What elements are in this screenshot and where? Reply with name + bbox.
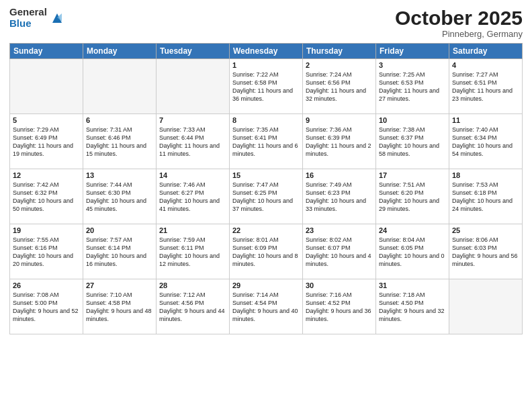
table-row: 11Sunrise: 7:40 AM Sunset: 6:34 PM Dayli… — [449, 114, 523, 169]
day-number: 21 — [159, 226, 226, 234]
day-number: 13 — [86, 171, 153, 179]
day-number: 28 — [159, 281, 226, 289]
table-row: 1Sunrise: 7:22 AM Sunset: 6:58 PM Daylig… — [230, 59, 303, 114]
table-row: 6Sunrise: 7:31 AM Sunset: 6:46 PM Daylig… — [83, 114, 157, 169]
day-info: Sunrise: 8:04 AM Sunset: 6:05 PM Dayligh… — [379, 236, 446, 269]
header: General Blue October 2025 Pinneberg, Ger… — [9, 7, 523, 39]
table-row: 2Sunrise: 7:24 AM Sunset: 6:56 PM Daylig… — [303, 59, 376, 114]
calendar-week-row: 12Sunrise: 7:42 AM Sunset: 6:32 PM Dayli… — [10, 169, 523, 224]
table-row: 19Sunrise: 7:55 AM Sunset: 6:16 PM Dayli… — [10, 224, 83, 279]
day-number: 15 — [232, 171, 300, 179]
title-block: October 2025 Pinneberg, Germany — [395, 7, 523, 39]
table-row: 27Sunrise: 7:10 AM Sunset: 4:58 PM Dayli… — [83, 279, 157, 334]
table-row: 8Sunrise: 7:35 AM Sunset: 6:41 PM Daylig… — [230, 114, 303, 169]
day-info: Sunrise: 7:53 AM Sunset: 6:18 PM Dayligh… — [452, 181, 519, 214]
day-info: Sunrise: 8:02 AM Sunset: 6:07 PM Dayligh… — [306, 236, 373, 269]
col-tuesday: Tuesday — [157, 44, 230, 59]
day-info: Sunrise: 7:22 AM Sunset: 6:58 PM Dayligh… — [232, 71, 300, 103]
day-info: Sunrise: 8:01 AM Sunset: 6:09 PM Dayligh… — [232, 236, 300, 269]
day-info: Sunrise: 7:55 AM Sunset: 6:16 PM Dayligh… — [13, 236, 80, 269]
table-row: 22Sunrise: 8:01 AM Sunset: 6:09 PM Dayli… — [230, 224, 303, 279]
table-row: 23Sunrise: 8:02 AM Sunset: 6:07 PM Dayli… — [303, 224, 376, 279]
day-info: Sunrise: 7:31 AM Sunset: 6:46 PM Dayligh… — [86, 126, 153, 158]
table-row — [10, 59, 83, 114]
day-number: 18 — [452, 171, 519, 179]
day-info: Sunrise: 7:47 AM Sunset: 6:25 PM Dayligh… — [232, 181, 300, 214]
day-number: 30 — [306, 281, 373, 289]
table-row — [157, 59, 230, 114]
table-row: 13Sunrise: 7:44 AM Sunset: 6:30 PM Dayli… — [83, 169, 157, 224]
day-number: 22 — [232, 226, 300, 234]
day-info: Sunrise: 7:40 AM Sunset: 6:34 PM Dayligh… — [452, 126, 519, 158]
day-number: 27 — [86, 281, 153, 289]
col-sunday: Sunday — [10, 44, 83, 59]
day-number: 4 — [452, 61, 519, 69]
col-monday: Monday — [83, 44, 157, 59]
table-row: 16Sunrise: 7:49 AM Sunset: 6:23 PM Dayli… — [303, 169, 376, 224]
day-number: 29 — [232, 281, 300, 289]
day-number: 16 — [306, 171, 373, 179]
page: General Blue October 2025 Pinneberg, Ger… — [0, 0, 532, 411]
day-number: 24 — [379, 226, 446, 234]
table-row: 10Sunrise: 7:38 AM Sunset: 6:37 PM Dayli… — [376, 114, 449, 169]
table-row: 31Sunrise: 7:18 AM Sunset: 4:50 PM Dayli… — [376, 279, 449, 334]
day-info: Sunrise: 7:36 AM Sunset: 6:39 PM Dayligh… — [306, 126, 373, 158]
day-info: Sunrise: 7:12 AM Sunset: 4:56 PM Dayligh… — [159, 291, 226, 324]
day-info: Sunrise: 7:46 AM Sunset: 6:27 PM Dayligh… — [159, 181, 226, 214]
day-info: Sunrise: 7:29 AM Sunset: 6:49 PM Dayligh… — [13, 126, 80, 158]
calendar-header-row: Sunday Monday Tuesday Wednesday Thursday… — [10, 44, 523, 59]
table-row: 28Sunrise: 7:12 AM Sunset: 4:56 PM Dayli… — [157, 279, 230, 334]
table-row: 3Sunrise: 7:25 AM Sunset: 6:53 PM Daylig… — [376, 59, 449, 114]
table-row: 26Sunrise: 7:08 AM Sunset: 5:00 PM Dayli… — [10, 279, 83, 334]
day-number: 23 — [306, 226, 373, 234]
day-number: 6 — [86, 116, 153, 124]
day-info: Sunrise: 7:25 AM Sunset: 6:53 PM Dayligh… — [379, 71, 446, 103]
table-row: 21Sunrise: 7:59 AM Sunset: 6:11 PM Dayli… — [157, 224, 230, 279]
day-info: Sunrise: 7:42 AM Sunset: 6:32 PM Dayligh… — [13, 181, 80, 214]
day-info: Sunrise: 8:06 AM Sunset: 6:03 PM Dayligh… — [452, 236, 519, 269]
day-number: 31 — [379, 281, 446, 289]
day-number: 20 — [86, 226, 153, 234]
calendar-week-row: 5Sunrise: 7:29 AM Sunset: 6:49 PM Daylig… — [10, 114, 523, 169]
day-number: 25 — [452, 226, 519, 234]
table-row: 30Sunrise: 7:16 AM Sunset: 4:52 PM Dayli… — [303, 279, 376, 334]
col-wednesday: Wednesday — [230, 44, 303, 59]
day-info: Sunrise: 7:08 AM Sunset: 5:00 PM Dayligh… — [13, 291, 80, 324]
col-thursday: Thursday — [303, 44, 376, 59]
day-number: 5 — [13, 116, 80, 124]
day-number: 17 — [379, 171, 446, 179]
table-row: 9Sunrise: 7:36 AM Sunset: 6:39 PM Daylig… — [303, 114, 376, 169]
day-number: 26 — [13, 281, 80, 289]
day-info: Sunrise: 7:49 AM Sunset: 6:23 PM Dayligh… — [306, 181, 373, 214]
table-row: 5Sunrise: 7:29 AM Sunset: 6:49 PM Daylig… — [10, 114, 83, 169]
subtitle: Pinneberg, Germany — [395, 29, 523, 39]
day-number: 11 — [452, 116, 519, 124]
table-row: 25Sunrise: 8:06 AM Sunset: 6:03 PM Dayli… — [449, 224, 523, 279]
day-number: 10 — [379, 116, 446, 124]
logo-general: General — [9, 7, 47, 18]
day-number: 3 — [379, 61, 446, 69]
logo-text: General Blue — [9, 7, 47, 29]
logo-icon — [50, 11, 64, 26]
day-info: Sunrise: 7:57 AM Sunset: 6:14 PM Dayligh… — [86, 236, 153, 269]
month-title: October 2025 — [395, 7, 523, 29]
logo: General Blue — [9, 7, 64, 29]
day-info: Sunrise: 7:51 AM Sunset: 6:20 PM Dayligh… — [379, 181, 446, 214]
day-info: Sunrise: 7:10 AM Sunset: 4:58 PM Dayligh… — [86, 291, 153, 324]
table-row: 12Sunrise: 7:42 AM Sunset: 6:32 PM Dayli… — [10, 169, 83, 224]
day-info: Sunrise: 7:35 AM Sunset: 6:41 PM Dayligh… — [232, 126, 300, 158]
calendar-week-row: 19Sunrise: 7:55 AM Sunset: 6:16 PM Dayli… — [10, 224, 523, 279]
day-number: 7 — [159, 116, 226, 124]
table-row: 14Sunrise: 7:46 AM Sunset: 6:27 PM Dayli… — [157, 169, 230, 224]
day-info: Sunrise: 7:24 AM Sunset: 6:56 PM Dayligh… — [306, 71, 373, 103]
table-row — [449, 279, 523, 334]
day-info: Sunrise: 7:38 AM Sunset: 6:37 PM Dayligh… — [379, 126, 446, 158]
day-number: 8 — [232, 116, 300, 124]
calendar-week-row: 1Sunrise: 7:22 AM Sunset: 6:58 PM Daylig… — [10, 59, 523, 114]
day-number: 1 — [232, 61, 300, 69]
logo-blue: Blue — [9, 18, 47, 30]
day-info: Sunrise: 7:16 AM Sunset: 4:52 PM Dayligh… — [306, 291, 373, 324]
table-row: 29Sunrise: 7:14 AM Sunset: 4:54 PM Dayli… — [230, 279, 303, 334]
table-row: 4Sunrise: 7:27 AM Sunset: 6:51 PM Daylig… — [449, 59, 523, 114]
day-info: Sunrise: 7:14 AM Sunset: 4:54 PM Dayligh… — [232, 291, 300, 324]
